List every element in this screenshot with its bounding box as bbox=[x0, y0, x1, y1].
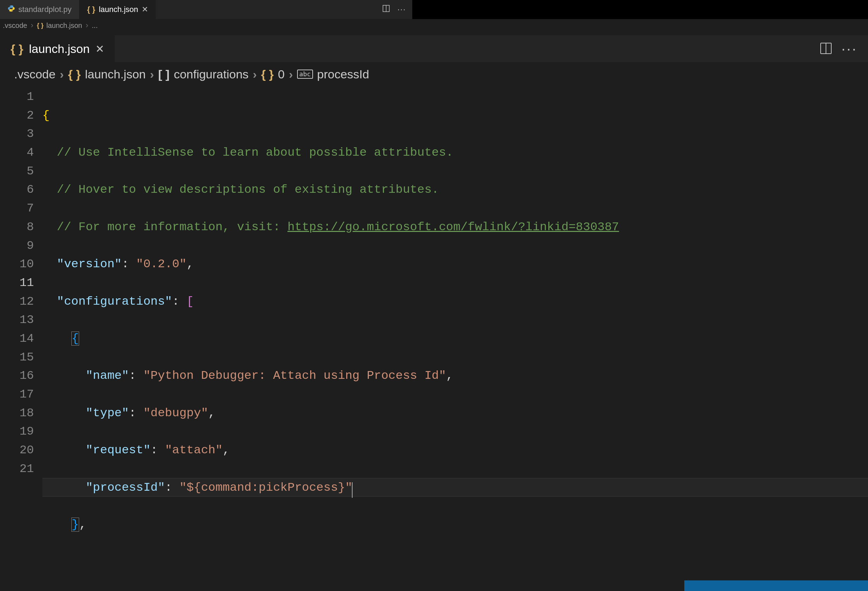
token-punct: , bbox=[223, 444, 230, 457]
token-key: "version" bbox=[57, 257, 122, 271]
breadcrumb-folder[interactable]: .vscode bbox=[14, 68, 56, 81]
chevron-right-icon: › bbox=[60, 68, 63, 81]
line-number: 1 bbox=[0, 88, 34, 106]
line-number-gutter: 1 2 3 4 5 6 7 8 9 10 11 12 13 14 15 16 1… bbox=[0, 86, 43, 591]
chevron-right-icon: › bbox=[253, 68, 257, 81]
line-number: 5 bbox=[0, 162, 34, 181]
inner-tab-actions: ··· bbox=[819, 41, 868, 57]
line-number: 10 bbox=[0, 255, 34, 274]
outer-tab-actions: ··· bbox=[382, 4, 412, 15]
title-bar-blackspace bbox=[412, 0, 868, 19]
more-icon[interactable]: ··· bbox=[397, 5, 406, 14]
breadcrumb-tail[interactable]: ... bbox=[92, 22, 98, 29]
line-number: 4 bbox=[0, 143, 34, 162]
json-icon: { } bbox=[261, 68, 274, 81]
chevron-right-icon: › bbox=[86, 21, 88, 30]
line-number: 15 bbox=[0, 348, 34, 367]
line-number: 6 bbox=[0, 180, 34, 199]
token-string: "Python Debugger: Attach using Process I… bbox=[143, 369, 446, 382]
outer-breadcrumb: .vscode › { } launch.json › ... bbox=[0, 19, 868, 32]
inner-tab-bar: { } launch.json ✕ ··· bbox=[0, 35, 868, 62]
token-punct: : bbox=[172, 295, 186, 308]
breadcrumb-file[interactable]: launch.json bbox=[85, 68, 146, 81]
token-brace: { bbox=[43, 109, 49, 122]
split-editor-icon[interactable] bbox=[819, 41, 833, 56]
json-icon: { } bbox=[10, 42, 23, 56]
token-key: "name" bbox=[86, 369, 128, 382]
array-icon: [ ] bbox=[158, 68, 170, 81]
token-brace: } bbox=[71, 517, 79, 532]
close-icon[interactable]: ✕ bbox=[142, 5, 148, 14]
split-editor-icon[interactable] bbox=[382, 4, 390, 15]
token-comment: // For more information, visit: bbox=[57, 220, 288, 234]
breadcrumb-processid[interactable]: processId bbox=[317, 68, 369, 81]
breadcrumb-folder[interactable]: .vscode bbox=[3, 22, 27, 29]
breadcrumb-file[interactable]: launch.json bbox=[46, 22, 82, 29]
line-number: 18 bbox=[0, 404, 34, 423]
token-key: "type" bbox=[86, 406, 128, 420]
tab-label: standardplot.py bbox=[18, 5, 71, 14]
token-punct: , bbox=[446, 369, 453, 382]
chevron-right-icon: › bbox=[31, 21, 33, 30]
inner-tab-launch-json[interactable]: { } launch.json ✕ bbox=[0, 35, 115, 62]
tab-label: launch.json bbox=[29, 42, 90, 56]
line-number: 14 bbox=[0, 329, 34, 348]
line-number: 2 bbox=[0, 106, 34, 125]
token-key: "configurations" bbox=[57, 295, 172, 308]
line-number: 21 bbox=[0, 460, 34, 478]
breadcrumb-configurations[interactable]: configurations bbox=[174, 68, 249, 81]
code-editor[interactable]: 1 2 3 4 5 6 7 8 9 10 11 12 13 14 15 16 1… bbox=[0, 86, 868, 591]
line-number: 8 bbox=[0, 218, 34, 237]
line-number: 9 bbox=[0, 237, 34, 255]
token-string: "${command:pickProcess}" bbox=[180, 481, 353, 494]
token-string: "attach" bbox=[165, 444, 223, 457]
text-cursor bbox=[352, 482, 353, 498]
tab-launch-json[interactable]: { } launch.json ✕ bbox=[79, 0, 156, 19]
line-number: 3 bbox=[0, 125, 34, 143]
token-comment: // Use IntelliSense to learn about possi… bbox=[57, 146, 453, 159]
line-number: 17 bbox=[0, 385, 34, 404]
more-icon[interactable]: ··· bbox=[841, 41, 858, 57]
token-string: "0.2.0" bbox=[136, 257, 186, 271]
token-key: "request" bbox=[86, 444, 151, 457]
tab-label: launch.json bbox=[99, 5, 138, 14]
json-icon: { } bbox=[87, 5, 95, 14]
line-number: 16 bbox=[0, 367, 34, 385]
outer-tab-bar: standardplot.py { } launch.json ✕ ··· bbox=[0, 0, 868, 19]
line-number: 7 bbox=[0, 199, 34, 218]
token-punct: , bbox=[208, 406, 215, 420]
line-number: 13 bbox=[0, 311, 34, 329]
token-brace: { bbox=[71, 332, 79, 346]
line-number: 11 bbox=[0, 274, 34, 292]
token-link[interactable]: https://go.microsoft.com/fwlink/?linkid=… bbox=[288, 220, 619, 234]
tab-standardplot[interactable]: standardplot.py bbox=[0, 0, 79, 19]
inner-breadcrumb: .vscode › { } launch.json › [ ] configur… bbox=[0, 62, 868, 86]
python-icon bbox=[8, 5, 15, 14]
line-number: 20 bbox=[0, 441, 34, 460]
code-content[interactable]: { // Use IntelliSense to learn about pos… bbox=[43, 86, 868, 591]
breadcrumb-index[interactable]: 0 bbox=[278, 68, 285, 81]
line-number: 12 bbox=[0, 292, 34, 311]
string-icon: abc bbox=[297, 69, 313, 79]
bottom-blue-strip bbox=[684, 581, 868, 591]
close-icon[interactable]: ✕ bbox=[95, 43, 104, 55]
json-icon: { } bbox=[68, 68, 81, 81]
token-punct: , bbox=[186, 257, 193, 271]
token-bracket: [ bbox=[186, 295, 193, 308]
token-key: "processId" bbox=[86, 481, 165, 494]
chevron-right-icon: › bbox=[150, 68, 154, 81]
token-punct: , bbox=[79, 518, 86, 531]
json-icon: { } bbox=[37, 22, 43, 29]
token-comment: // Hover to view descriptions of existin… bbox=[57, 183, 439, 196]
token-string: "debugpy" bbox=[143, 406, 208, 420]
chevron-right-icon: › bbox=[289, 68, 293, 81]
line-number: 19 bbox=[0, 422, 34, 441]
